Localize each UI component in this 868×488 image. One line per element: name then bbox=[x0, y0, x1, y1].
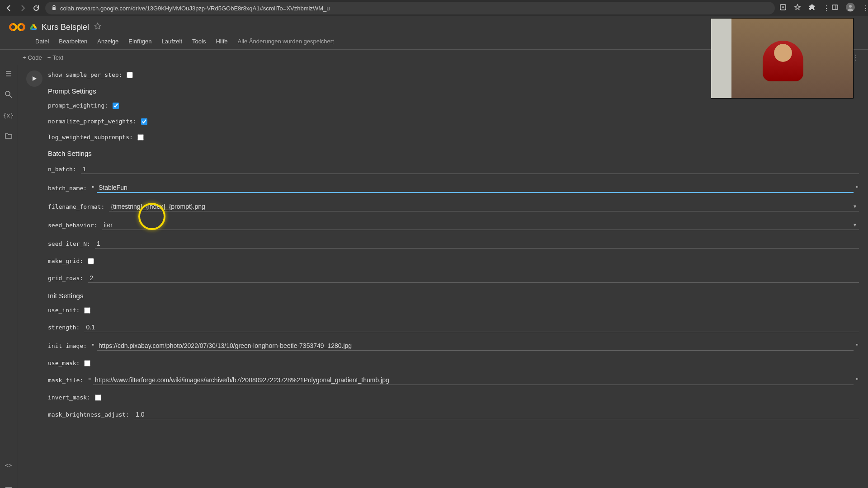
add-code-button[interactable]: + Code bbox=[23, 54, 42, 61]
quote-mark: " bbox=[855, 185, 859, 192]
forward-button[interactable] bbox=[18, 4, 27, 13]
grid-rows-label: grid_rows: bbox=[48, 275, 83, 282]
star-button[interactable] bbox=[94, 22, 102, 32]
form-cell: show_sample_per_step: Prompt Settings pr… bbox=[26, 69, 859, 428]
browser-actions: ⋮ ⋮ bbox=[779, 3, 863, 14]
make-grid-checkbox[interactable] bbox=[88, 258, 94, 264]
menu-datei[interactable]: Datei bbox=[32, 37, 52, 46]
svg-line-12 bbox=[9, 95, 12, 98]
browser-menu-icon[interactable]: ⋮ bbox=[823, 4, 824, 13]
seed-iter-n-input[interactable] bbox=[95, 239, 859, 249]
mask-brightness-adjust-input[interactable] bbox=[134, 410, 859, 419]
browser-chrome: colab.research.google.com/drive/13G9KHyM… bbox=[0, 0, 868, 16]
toc-icon[interactable] bbox=[5, 70, 13, 78]
quote-mark: " bbox=[855, 377, 859, 384]
batch-name-label: batch_name: bbox=[48, 185, 87, 192]
mask-brightness-adjust-label: mask_brightness_adjust: bbox=[48, 411, 129, 418]
use-init-checkbox[interactable] bbox=[84, 307, 90, 314]
normalize-prompt-weights-label: normalize_prompt_weights: bbox=[48, 118, 137, 125]
back-button[interactable] bbox=[5, 4, 14, 13]
colab-logo-icon[interactable] bbox=[9, 19, 25, 35]
invert-mask-checkbox[interactable] bbox=[95, 394, 101, 401]
show-sample-per-step-label: show_sample_per_step: bbox=[48, 71, 122, 78]
add-text-button[interactable]: + Text bbox=[47, 54, 63, 61]
use-init-label: use_init: bbox=[48, 307, 80, 314]
init-settings-header: Init Settings bbox=[48, 292, 859, 300]
normalize-prompt-weights-checkbox[interactable] bbox=[141, 118, 147, 125]
use-mask-checkbox[interactable] bbox=[84, 360, 90, 366]
seed-iter-n-label: seed_iter_N: bbox=[48, 240, 90, 247]
prompt-weighting-label: prompt_weighting: bbox=[48, 102, 108, 109]
bookmark-icon[interactable] bbox=[794, 4, 801, 13]
seed-behavior-select[interactable] bbox=[102, 221, 859, 230]
code-brackets-icon[interactable]: <> bbox=[5, 461, 13, 469]
run-button[interactable] bbox=[26, 70, 42, 87]
grid-rows-input[interactable] bbox=[88, 273, 859, 283]
quote-mark: " bbox=[855, 343, 859, 349]
log-weighted-subprompts-label: log_weighted_subprompts: bbox=[48, 134, 133, 141]
quote-mark: " bbox=[91, 185, 95, 192]
menu-laufzeit[interactable]: Laufzeit bbox=[158, 37, 186, 46]
filename-format-select[interactable] bbox=[109, 202, 859, 211]
menu-bearbeiten[interactable]: Bearbeiten bbox=[55, 37, 91, 46]
terminal-icon[interactable] bbox=[5, 486, 13, 488]
lock-icon bbox=[52, 5, 57, 12]
more-icon[interactable]: ⋮ bbox=[862, 4, 863, 13]
show-sample-per-step-checkbox[interactable] bbox=[127, 72, 133, 78]
svg-point-11 bbox=[5, 91, 10, 96]
plus-icon: + bbox=[47, 54, 51, 61]
sidepanel-icon[interactable] bbox=[831, 4, 839, 13]
batch-settings-header: Batch Settings bbox=[48, 150, 859, 157]
variables-icon[interactable]: {x} bbox=[5, 111, 13, 119]
prompt-weighting-checkbox[interactable] bbox=[113, 103, 119, 109]
reload-button[interactable] bbox=[32, 4, 41, 13]
strength-label: strength: bbox=[48, 324, 80, 331]
filename-format-label: filename_format: bbox=[48, 203, 104, 210]
invert-mask-label: invert_mask: bbox=[48, 394, 90, 401]
document-title[interactable]: Kurs Beispiel bbox=[42, 23, 89, 32]
svg-rect-2 bbox=[832, 5, 838, 9]
quote-mark: " bbox=[88, 377, 91, 384]
webcam-overlay bbox=[711, 18, 854, 99]
url-text: colab.research.google.com/drive/13G9KHyM… bbox=[60, 5, 330, 12]
init-image-input[interactable] bbox=[97, 341, 854, 351]
svg-rect-0 bbox=[52, 7, 56, 10]
use-mask-label: use_mask: bbox=[48, 360, 80, 366]
notebook-content: show_sample_per_step: Prompt Settings pr… bbox=[17, 65, 868, 488]
n-batch-label: n_batch: bbox=[48, 166, 76, 173]
quote-mark: " bbox=[91, 343, 95, 349]
drive-icon bbox=[30, 23, 37, 31]
strength-input[interactable] bbox=[84, 323, 859, 332]
search-icon[interactable] bbox=[5, 90, 13, 99]
init-image-label: init_image: bbox=[48, 343, 87, 349]
svg-point-5 bbox=[849, 5, 852, 8]
menu-einfugen[interactable]: Einfügen bbox=[125, 37, 155, 46]
batch-name-input[interactable] bbox=[97, 183, 854, 193]
plus-icon: + bbox=[23, 54, 26, 61]
mask-file-label: mask_file: bbox=[48, 377, 83, 384]
extensions-icon[interactable] bbox=[808, 4, 816, 13]
install-icon[interactable] bbox=[779, 4, 787, 13]
mask-file-input[interactable] bbox=[93, 375, 854, 385]
menu-tools[interactable]: Tools bbox=[189, 37, 209, 46]
log-weighted-subprompts-checkbox[interactable] bbox=[137, 134, 144, 141]
seed-behavior-label: seed_behavior: bbox=[48, 222, 98, 229]
avatar-icon[interactable] bbox=[846, 3, 855, 14]
url-bar[interactable]: colab.research.google.com/drive/13G9KHyM… bbox=[45, 2, 775, 14]
folder-icon[interactable] bbox=[5, 132, 13, 140]
n-batch-input[interactable] bbox=[81, 164, 859, 174]
make-grid-label: make_grid: bbox=[48, 258, 83, 264]
left-rail: {x} <> bbox=[0, 65, 17, 488]
menu-hilfe[interactable]: Hilfe bbox=[212, 37, 231, 46]
save-status[interactable]: Alle Änderungen wurden gespeichert bbox=[234, 37, 337, 46]
menu-anzeige[interactable]: Anzeige bbox=[94, 37, 122, 46]
